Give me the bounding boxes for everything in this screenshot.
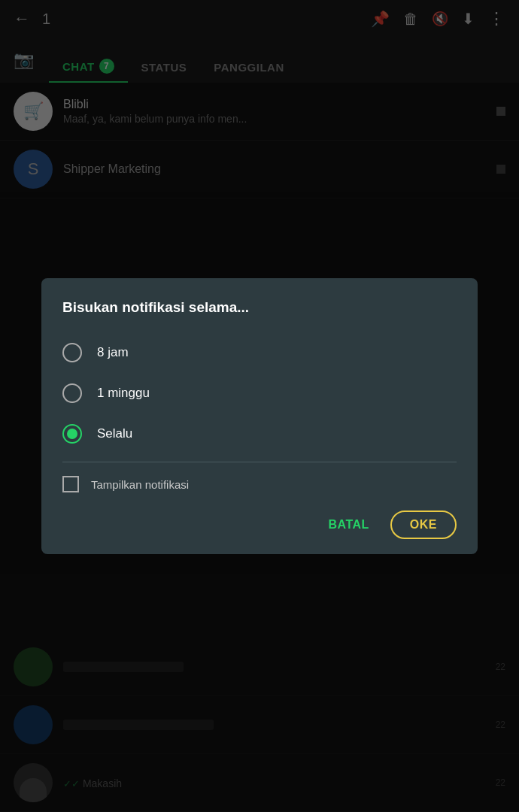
option-1minggu-label: 1 minggu xyxy=(97,386,150,401)
tampilkan-label: Tampilkan notifikasi xyxy=(91,478,189,491)
dialog-divider xyxy=(62,462,457,462)
option-selalu-label: Selalu xyxy=(97,426,132,441)
dialog-title: Bisukan notifikasi selama... xyxy=(62,299,457,316)
ok-button[interactable]: OKE xyxy=(390,511,457,539)
option-selalu[interactable]: Selalu xyxy=(62,414,457,454)
checkbox-row[interactable]: Tampilkan notifikasi xyxy=(62,476,457,492)
radio-1minggu[interactable] xyxy=(62,383,82,403)
option-8jam-label: 8 jam xyxy=(97,345,129,360)
dialog-actions: BATAL OKE xyxy=(62,511,457,539)
mute-dialog: Bisukan notifikasi selama... 8 jam 1 min… xyxy=(41,278,478,554)
tampilkan-checkbox[interactable] xyxy=(62,476,79,492)
option-1minggu[interactable]: 1 minggu xyxy=(62,373,457,414)
radio-8jam[interactable] xyxy=(62,343,82,362)
radio-selalu[interactable] xyxy=(62,424,82,444)
option-8jam[interactable]: 8 jam xyxy=(62,332,457,373)
cancel-button[interactable]: BATAL xyxy=(319,512,378,538)
